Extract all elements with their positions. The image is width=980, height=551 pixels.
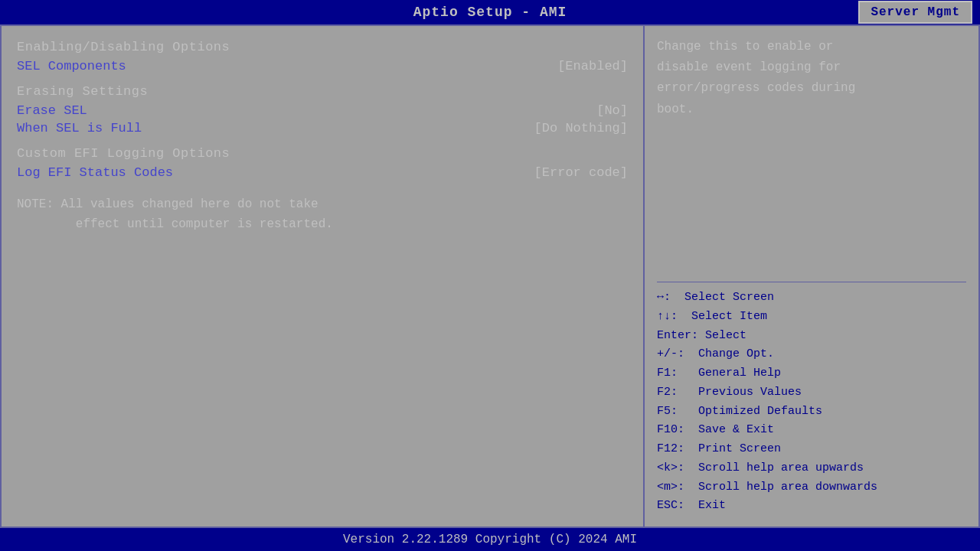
section1-heading: Enabling/Disabling Options — [17, 40, 628, 54]
key-f10: F10: Save & Exit — [657, 421, 966, 440]
key-change-opt: +/-: Change Opt. — [657, 345, 966, 364]
when-sel-full-row: When SEL is Full [Do Nothing] — [17, 121, 628, 135]
footer: Version 2.22.1289 Copyright (C) 2024 AMI — [0, 528, 980, 551]
key-f1: F1: General Help — [657, 364, 966, 383]
divider — [657, 282, 966, 282]
erase-sel-row: Erase SEL [No] — [17, 103, 628, 118]
key-k: <k>: Scroll help area upwards — [657, 459, 966, 478]
section3-heading: Custom EFI Logging Options — [17, 146, 628, 161]
key-list: ↔: Select Screen ↑↓: Select Item Enter: … — [657, 289, 966, 516]
server-mgmt-tab[interactable]: Server Mgmt — [858, 1, 972, 24]
key-f5: F5: Optimized Defaults — [657, 403, 966, 422]
sel-components-value[interactable]: [Enabled] — [557, 59, 628, 73]
erase-sel-label: Erase SEL — [17, 103, 87, 118]
log-efi-value[interactable]: [Error code] — [534, 165, 628, 180]
key-f2: F2: Previous Values — [657, 383, 966, 403]
log-efi-label: Log EFI Status Codes — [17, 165, 173, 180]
note-text: NOTE: All values changed here do not tak… — [17, 195, 628, 234]
log-efi-row: Log EFI Status Codes [Error code] — [17, 165, 628, 180]
key-select-item: ↑↓: Select Item — [657, 308, 966, 327]
app-title: Aptio Setup - AMI — [413, 5, 567, 20]
key-enter: Enter: Select — [657, 327, 966, 346]
title-bar: Aptio Setup - AMI Server Mgmt — [0, 0, 980, 24]
sel-components-row: SEL Components [Enabled] — [17, 59, 628, 73]
app: Aptio Setup - AMI Server Mgmt Enabling/D… — [0, 0, 980, 551]
key-f12: F12: Print Screen — [657, 440, 966, 459]
when-sel-full-label: When SEL is Full — [17, 121, 142, 135]
footer-text: Version 2.22.1289 Copyright (C) 2024 AMI — [343, 533, 637, 546]
key-esc: ESC: Exit — [657, 497, 966, 516]
right-panel: Change this to enable or disable event l… — [645, 26, 978, 527]
key-m: <m>: Scroll help area downwards — [657, 478, 966, 497]
left-panel: Enabling/Disabling Options SEL Component… — [2, 26, 645, 527]
main-content: Enabling/Disabling Options SEL Component… — [0, 24, 980, 528]
when-sel-full-value[interactable]: [Do Nothing] — [534, 121, 628, 135]
section2-heading: Erasing Settings — [17, 84, 628, 99]
sel-components-label: SEL Components — [17, 59, 126, 73]
key-select-screen: ↔: Select Screen — [657, 289, 966, 308]
erase-sel-value[interactable]: [No] — [596, 103, 628, 118]
help-text: Change this to enable or disable event l… — [657, 37, 966, 268]
